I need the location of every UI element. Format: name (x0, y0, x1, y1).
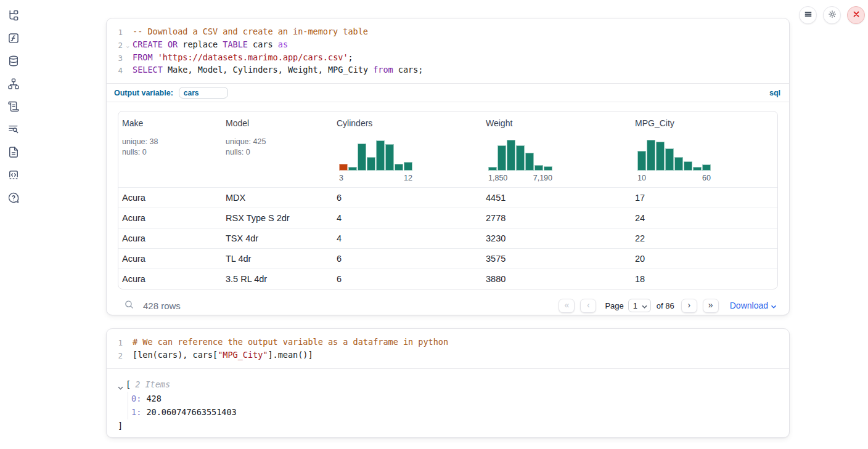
next-page-button[interactable]: › (681, 299, 697, 313)
histogram-bar[interactable] (637, 151, 646, 171)
histogram-bar[interactable] (339, 164, 348, 171)
code-line[interactable]: 4SELECT Make, Model, Cylinders, Weight, … (107, 64, 789, 77)
column-header-model[interactable]: Modelunique: 425nulls: 0 (222, 111, 333, 187)
topbar (799, 6, 865, 24)
menu-icon (804, 10, 813, 21)
column-name[interactable]: Cylinders (337, 118, 478, 128)
column-name[interactable]: Weight (486, 118, 628, 128)
code-line[interactable]: 3FROM 'https://datasets.marimo.app/cars.… (107, 52, 789, 65)
code-line[interactable]: 2⌄CREATE OR replace TABLE cars as (107, 39, 789, 52)
table-cell: 3230 (482, 233, 631, 243)
table-row[interactable]: AcuraTSX 4dr4323022 (118, 228, 777, 248)
open-bracket: [ (126, 379, 131, 389)
table-row[interactable]: Acura3.5 RL 4dr6388018 (118, 269, 777, 289)
table-cell: 20 (631, 254, 777, 264)
table-cell: 4451 (482, 193, 631, 203)
row-count: 428 rows (143, 301, 181, 311)
table-footer: 428 rows « ‹ Page 1 of 86 › » Download (118, 289, 778, 322)
histogram-bar[interactable] (516, 145, 525, 171)
file-tree-icon[interactable] (7, 9, 20, 22)
histogram-bar[interactable] (656, 142, 665, 171)
documentation-icon[interactable] (7, 145, 20, 158)
output-variable-row: Output variable: sql (107, 83, 789, 102)
code-line[interactable]: 1# We can reference the output variable … (107, 336, 789, 349)
line-number: 2 (107, 349, 123, 362)
chevron-down-icon (642, 301, 647, 310)
code-line[interactable]: 1-- Download a CSV and create an in-memo… (107, 26, 789, 39)
snippets-icon[interactable] (7, 168, 20, 181)
table-cell: RSX Type S 2dr (222, 213, 333, 223)
column-histogram: 312 (339, 139, 412, 182)
histogram-bar[interactable] (702, 164, 711, 171)
close-bracket: ] (118, 419, 778, 432)
scratchpad-icon[interactable] (7, 100, 20, 113)
histogram-bar[interactable] (395, 164, 403, 171)
code-text: SELECT Make, Model, Cylinders, Weight, M… (123, 64, 423, 77)
dependency-graph-icon[interactable] (7, 77, 20, 90)
item-index: 0: (131, 394, 141, 403)
logs-icon[interactable] (7, 123, 20, 136)
page-select-value: 1 (633, 301, 637, 310)
histogram-bar[interactable] (507, 140, 515, 171)
help-icon[interactable] (7, 191, 20, 204)
histogram-bar[interactable] (647, 140, 655, 171)
histogram-bar[interactable] (665, 148, 674, 171)
search-button[interactable] (123, 299, 135, 312)
download-button[interactable]: Download (730, 301, 777, 310)
histogram-bar[interactable] (404, 162, 412, 171)
output-variable-input[interactable] (179, 87, 228, 99)
menu-button[interactable] (799, 6, 817, 24)
histogram-bar[interactable] (358, 144, 366, 171)
histogram-bar[interactable] (497, 145, 506, 171)
histogram-bar[interactable] (674, 157, 683, 171)
histogram-bar[interactable] (348, 167, 357, 171)
column-name[interactable]: Model (226, 118, 329, 128)
result-items: 0: 428 1: 20.060747663551403 (128, 392, 778, 419)
code-line[interactable]: 2[len(cars), cars["MPG_City"].mean()] (107, 349, 789, 362)
result-item: 0: 428 (131, 392, 778, 406)
collapse-chevron-icon[interactable] (118, 382, 124, 387)
column-histogram: 1,8507,190 (488, 139, 552, 182)
item-value: 428 (146, 394, 161, 403)
histogram-axis-labels: 1,8507,190 (488, 174, 552, 182)
histogram-bar[interactable] (544, 166, 552, 171)
table-row[interactable]: AcuraRSX Type S 2dr4277824 (118, 208, 777, 228)
code-text: -- Download a CSV and create an in-memor… (123, 26, 368, 39)
data-table: Makeunique: 38nulls: 0Modelunique: 425nu… (118, 111, 778, 289)
prev-page-button[interactable]: ‹ (580, 299, 596, 313)
column-histogram: 1060 (637, 139, 711, 182)
line-number: 1 (107, 336, 123, 349)
first-page-button[interactable]: « (559, 299, 575, 313)
histogram-bar[interactable] (693, 167, 702, 171)
last-page-button[interactable]: » (703, 299, 719, 313)
column-header-mpg_city[interactable]: MPG_City1060 (631, 111, 777, 187)
histogram-bar[interactable] (488, 167, 497, 171)
column-name[interactable]: MPG_City (635, 118, 774, 128)
function-icon[interactable] (7, 31, 20, 44)
code-text: FROM 'https://datasets.marimo.app/cars.c… (123, 52, 353, 65)
column-name[interactable]: Make (122, 118, 218, 128)
histogram-axis-labels: 312 (339, 174, 412, 182)
table-cell: 2778 (482, 213, 631, 223)
sql-code-editor[interactable]: 1-- Download a CSV and create an in-memo… (107, 18, 789, 83)
histogram-bar[interactable] (385, 144, 394, 171)
histogram-bar[interactable] (367, 157, 375, 171)
database-icon[interactable] (7, 54, 20, 67)
histogram-bar[interactable] (534, 165, 543, 171)
table-cell: Acura (118, 213, 222, 223)
column-header-make[interactable]: Makeunique: 38nulls: 0 (118, 111, 222, 187)
table-cell: TSX 4dr (222, 233, 333, 243)
fold-chevron-icon[interactable]: ⌄ (126, 40, 129, 52)
histogram-bar[interactable] (376, 140, 385, 171)
page-select[interactable]: 1 (628, 299, 651, 312)
shutdown-button[interactable] (847, 6, 865, 24)
table-row[interactable]: AcuraMDX6445117 (118, 187, 777, 208)
python-code-editor[interactable]: 1# We can reference the output variable … (107, 329, 789, 368)
histogram-bar[interactable] (525, 153, 534, 171)
column-header-weight[interactable]: Weight1,8507,190 (482, 111, 631, 187)
column-header-cylinders[interactable]: Cylinders312 (333, 111, 482, 187)
download-label: Download (730, 301, 768, 310)
table-row[interactable]: AcuraTL 4dr6357520 (118, 248, 777, 269)
histogram-bar[interactable] (684, 161, 692, 171)
settings-button[interactable] (823, 6, 841, 24)
